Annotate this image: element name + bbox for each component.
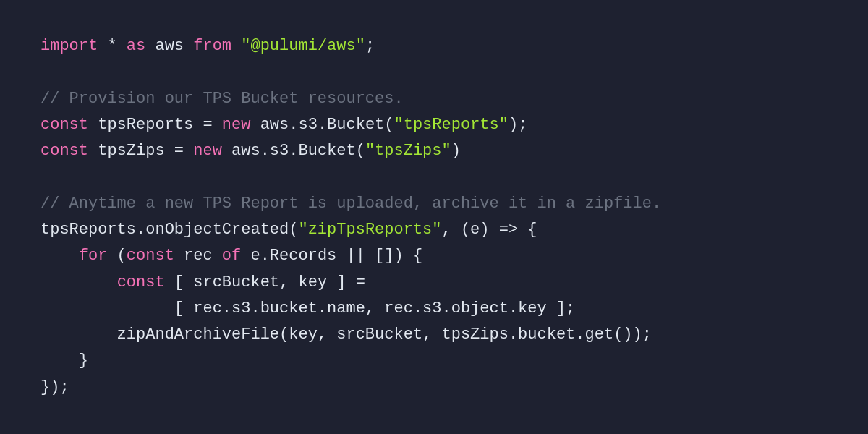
plain-space1 bbox=[231, 37, 241, 55]
string-zip: "zipTpsReports" bbox=[298, 221, 441, 239]
keyword-for: for bbox=[79, 247, 108, 265]
code-line-10: zipAndArchiveFile(key, srcBucket, tpsZip… bbox=[41, 322, 827, 348]
plain-close1: ); bbox=[509, 116, 527, 134]
keyword-const2: const bbox=[41, 142, 88, 160]
plain-indent2 bbox=[41, 273, 117, 292]
keyword-as: as bbox=[127, 37, 145, 55]
plain-star: * bbox=[98, 37, 127, 55]
keyword-from: from bbox=[193, 37, 231, 55]
plain-tpszips: tpsZips bbox=[88, 142, 174, 160]
string-pulumi: "@pulumi/aws" bbox=[241, 37, 365, 55]
plain-arrow: , (e) => { bbox=[442, 221, 537, 239]
plain-indent1 bbox=[41, 247, 79, 265]
keyword-import: import bbox=[41, 37, 98, 55]
plain-zip-archive: zipAndArchiveFile(key, srcBucket, tpsZip… bbox=[41, 326, 652, 344]
plain-rec: rec bbox=[174, 247, 222, 265]
code-line-8: const [ srcBucket, key ] = bbox=[41, 270, 827, 296]
code-line-4: const tpsZips = new aws.s3.Bucket("tpsZi… bbox=[41, 138, 827, 164]
keyword-of: of bbox=[222, 247, 241, 265]
plain-destructure: [ srcBucket, key ] = bbox=[165, 273, 365, 292]
keyword-new2: new bbox=[193, 142, 222, 160]
keyword-const1: const bbox=[41, 116, 88, 134]
plain-aws-bucket2: aws.s3.Bucket( bbox=[222, 142, 365, 160]
comment-1: // Provision our TPS Bucket resources. bbox=[41, 90, 404, 108]
plain-close-main: }); bbox=[41, 378, 69, 396]
plain-array-assign: [ rec.s3.bucket.name, rec.s3.object.key … bbox=[41, 299, 575, 318]
code-line-11: } bbox=[41, 348, 827, 374]
plain-close2: ) bbox=[451, 142, 461, 160]
plain-eq1: = bbox=[203, 116, 221, 134]
plain-for-open: ( bbox=[107, 247, 126, 265]
string-tpsreports: "tpsReports" bbox=[394, 116, 509, 134]
keyword-const4: const bbox=[117, 273, 165, 292]
plain-eq2: = bbox=[174, 142, 193, 160]
plain-tpsreports: tpsReports bbox=[88, 116, 203, 134]
plain-aws: aws bbox=[145, 37, 193, 55]
plain-records: e.Records || []) { bbox=[241, 247, 422, 265]
string-tpszips: "tpsZips" bbox=[365, 142, 451, 160]
plain-semi1: ; bbox=[365, 37, 375, 55]
code-line-5: // Anytime a new TPS Report is uploaded,… bbox=[41, 191, 827, 217]
plain-on-obj: tpsReports.onObjectCreated( bbox=[41, 221, 298, 239]
code-line-9: [ rec.s3.bucket.name, rec.s3.object.key … bbox=[41, 296, 827, 322]
blank-line-1 bbox=[41, 59, 827, 85]
code-line-2: // Provision our TPS Bucket resources. bbox=[41, 86, 827, 112]
code-line-1: import * as aws from "@pulumi/aws"; bbox=[41, 33, 827, 59]
code-line-6: tpsReports.onObjectCreated("zipTpsReport… bbox=[41, 217, 827, 243]
code-line-3: const tpsReports = new aws.s3.Bucket("tp… bbox=[41, 112, 827, 138]
keyword-new1: new bbox=[222, 116, 251, 134]
comment-2: // Anytime a new TPS Report is uploaded,… bbox=[41, 195, 661, 213]
keyword-const3: const bbox=[127, 247, 174, 265]
blank-line-2 bbox=[41, 164, 827, 190]
code-line-7: for (const rec of e.Records || []) { bbox=[41, 243, 827, 269]
plain-aws-bucket1: aws.s3.Bucket( bbox=[250, 116, 393, 134]
code-editor: import * as aws from "@pulumi/aws"; // P… bbox=[0, 0, 868, 434]
plain-close-for: } bbox=[41, 352, 88, 370]
code-block: import * as aws from "@pulumi/aws"; // P… bbox=[41, 33, 827, 401]
code-line-12: }); bbox=[41, 375, 827, 401]
